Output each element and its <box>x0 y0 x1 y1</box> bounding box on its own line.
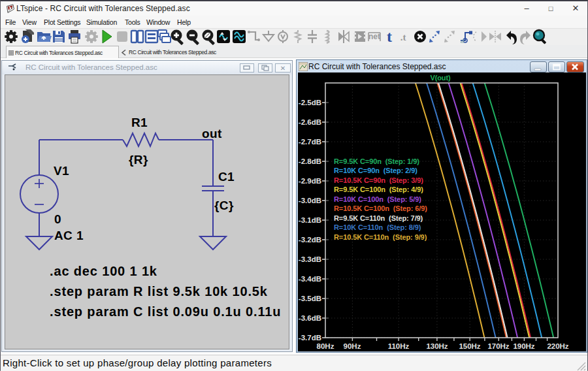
svg-text:t: t <box>387 29 392 45</box>
svg-text:R=10K C=90n (Step: 2/9): R=10K C=90n (Step: 2/9) <box>334 167 417 174</box>
svg-text:220Hz: 220Hz <box>547 342 568 350</box>
svg-text:110Hz: 110Hz <box>388 342 410 350</box>
svg-text:.t: .t <box>400 32 406 42</box>
svg-text:R=10.5K C=90n (Step: 3/9): R=10.5K C=90n (Step: 3/9) <box>334 176 423 184</box>
svg-text:.ac dec 100 1 1k: .ac dec 100 1 1k <box>50 264 157 278</box>
svg-text:.step param C list 0.09u 0.1u: .step param C list 0.09u 0.1u 0.11u <box>50 304 281 319</box>
svg-text:-2.7dB: -2.7dB <box>299 138 321 146</box>
svg-text:V1: V1 <box>54 164 69 178</box>
svg-text:.step param R list 9.5k 10k 10: .step param R list 9.5k 10k 10.5k <box>50 284 268 298</box>
svg-text:R=9.5K C=90n (Step: 1/9): R=9.5K C=90n (Step: 1/9) <box>334 157 419 165</box>
svg-text:90Hz: 90Hz <box>344 342 361 350</box>
svg-text:{C}: {C} <box>214 199 234 212</box>
svg-text:-2.8dB: -2.8dB <box>299 157 321 165</box>
svg-text:{R}: {R} <box>129 153 148 167</box>
svg-text:-3.2dB: -3.2dB <box>299 236 321 244</box>
svg-text:190Hz: 190Hz <box>513 342 534 350</box>
svg-text:-3.3dB: -3.3dB <box>299 255 321 263</box>
svg-text:R=9.5K C=110n (Step: 7/9): R=9.5K C=110n (Step: 7/9) <box>334 214 423 222</box>
svg-text:R=10.5K C=100n (Step: 6/9): R=10.5K C=100n (Step: 6/9) <box>334 204 427 212</box>
svg-text:170Hz: 170Hz <box>487 342 509 350</box>
svg-text:-3.6dB: -3.6dB <box>299 314 321 322</box>
svg-text:out: out <box>202 127 222 140</box>
svg-text:C1: C1 <box>218 170 235 184</box>
svg-text:80Hz: 80Hz <box>317 342 335 350</box>
svg-text:-2.9dB: -2.9dB <box>299 177 321 185</box>
svg-text:-3.0dB: -3.0dB <box>299 197 321 204</box>
svg-text:-2.6dB: -2.6dB <box>299 118 321 126</box>
svg-text:R=9.5K C=100n (Step: 4/9): R=9.5K C=100n (Step: 4/9) <box>334 186 423 193</box>
svg-text:R=10K C=110n (Step: 8/9): R=10K C=110n (Step: 8/9) <box>334 223 421 231</box>
svg-text:130Hz: 130Hz <box>426 342 448 350</box>
svg-text:V(out): V(out) <box>430 74 451 82</box>
svg-text:0: 0 <box>54 212 61 226</box>
svg-text:net: net <box>368 32 380 41</box>
svg-text:R=10.5K C=110n (Step: 9/9): R=10.5K C=110n (Step: 9/9) <box>334 233 427 241</box>
svg-text:R1: R1 <box>131 116 148 129</box>
svg-text:-2.5dB: -2.5dB <box>299 99 321 106</box>
svg-text:-3.1dB: -3.1dB <box>299 216 321 224</box>
svg-text:-3.7dB: -3.7dB <box>299 334 321 342</box>
svg-text:R=10K C=100n (Step: 5/9): R=10K C=100n (Step: 5/9) <box>334 195 421 203</box>
svg-text:-3.5dB: -3.5dB <box>299 295 321 302</box>
svg-text:-3.4dB: -3.4dB <box>299 275 321 283</box>
svg-text:AC 1: AC 1 <box>54 229 84 242</box>
svg-text:150Hz: 150Hz <box>459 342 480 350</box>
